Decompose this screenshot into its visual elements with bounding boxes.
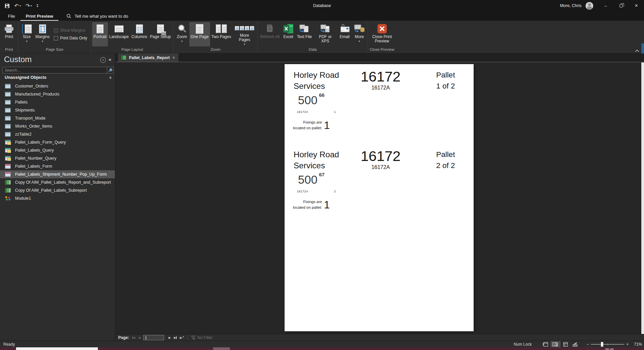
text-file-icon bbox=[299, 23, 309, 35]
nav-item-query[interactable]: Pallet_Labels_Form_Query bbox=[0, 138, 115, 146]
form-icon bbox=[5, 172, 11, 177]
previous-page-button[interactable]: ◀ bbox=[138, 336, 141, 339]
print-preview-view-button[interactable] bbox=[550, 341, 560, 347]
zoom-slider-thumb[interactable] bbox=[601, 342, 603, 347]
more-pages-button[interactable]: More Pages ▾ bbox=[232, 22, 257, 46]
group-label-print: Print bbox=[1, 46, 17, 53]
nav-item-report[interactable]: Copy Of AIM_Pallet_Labels_Subreport bbox=[0, 186, 115, 194]
tab-print-preview[interactable]: Print Preview bbox=[20, 11, 58, 21]
search-go-button[interactable] bbox=[107, 67, 113, 73]
columns-button[interactable]: Columns bbox=[130, 22, 148, 46]
taskbar-item[interactable] bbox=[16, 347, 98, 350]
nav-item-module[interactable]: Module1 bbox=[0, 194, 115, 202]
record-navigator: Page: ◀ ◀ 1 ▶ ▶ ▶* No Filter bbox=[116, 334, 644, 341]
page-size-icon bbox=[22, 23, 32, 35]
reference-code: 16172A bbox=[297, 110, 308, 114]
restore-button[interactable] bbox=[613, 0, 629, 11]
print-button[interactable]: Print bbox=[1, 22, 17, 46]
current-page-input[interactable]: 1 bbox=[143, 335, 164, 340]
margins-icon bbox=[39, 23, 46, 35]
report-icon bbox=[5, 188, 11, 193]
zoom-button[interactable]: Zoom ▾ bbox=[175, 22, 189, 46]
email-button[interactable]: Email bbox=[337, 22, 352, 46]
nav-pane-title[interactable]: Custom bbox=[4, 55, 32, 64]
company-name: Horley Road Services bbox=[294, 69, 350, 92]
landscape-button[interactable]: Landscape bbox=[108, 22, 130, 46]
next-page-button[interactable]: ▶ bbox=[169, 336, 171, 339]
nav-item-table[interactable]: zzTable2 bbox=[0, 130, 115, 138]
tell-me-box[interactable]: Tell me what you want to do bbox=[66, 14, 128, 19]
nav-item-query[interactable]: Pallet_Number_Query bbox=[0, 154, 115, 162]
landscape-icon bbox=[115, 23, 124, 35]
zoom-out-button[interactable]: − bbox=[587, 342, 589, 347]
tab-file[interactable]: File bbox=[3, 11, 20, 21]
new-record-button[interactable]: ▶* bbox=[180, 336, 184, 339]
export-text-file-button[interactable]: Text File bbox=[296, 22, 313, 46]
two-pages-button[interactable]: Two Pages bbox=[210, 22, 232, 46]
close-print-preview-button[interactable]: Close Print Preview bbox=[369, 22, 395, 46]
nav-item-table[interactable]: Manufactured_Products bbox=[0, 90, 115, 98]
zoom-in-button[interactable]: + bbox=[626, 342, 629, 347]
print-preview-view-icon bbox=[552, 342, 558, 347]
new-record-icon: ▶ bbox=[180, 336, 182, 339]
size-button[interactable]: Size ▾ bbox=[19, 22, 34, 46]
fixings-pallet-number: 1 bbox=[324, 120, 330, 132]
close-button[interactable]: × bbox=[629, 0, 644, 11]
document-tab[interactable]: Pallet_Labels_Report × bbox=[118, 53, 178, 62]
search-icon bbox=[66, 14, 71, 18]
nav-item-form-selected[interactable]: Pallet_Labels_Shipment_Number_Pop_Up_For… bbox=[0, 170, 115, 178]
print-data-only-checkbox[interactable]: Print Data Only bbox=[54, 36, 87, 40]
margins-button[interactable]: Margins ▾ bbox=[34, 22, 51, 46]
refresh-icon bbox=[266, 23, 274, 35]
checkbox-icon bbox=[54, 28, 58, 33]
avatar[interactable] bbox=[586, 2, 593, 10]
nav-pane-menu-icon[interactable]: ▾ bbox=[100, 57, 106, 63]
previous-page-icon: ◀ bbox=[138, 336, 141, 339]
report-view-button[interactable] bbox=[540, 341, 550, 347]
filter-indicator[interactable]: No Filter bbox=[191, 335, 212, 340]
design-view-button[interactable] bbox=[571, 341, 581, 347]
account-name[interactable]: More, Chris bbox=[560, 3, 582, 8]
nav-item-table[interactable]: Customer_Orders bbox=[0, 82, 115, 90]
layout-view-button[interactable] bbox=[560, 341, 571, 347]
collapse-ribbon-button[interactable] bbox=[635, 47, 639, 53]
chevron-up-icon bbox=[635, 49, 639, 52]
nav-group-header[interactable]: Unassigned Objects « bbox=[5, 75, 112, 80]
nav-item-report[interactable]: Copy Of AIM_Pallet_Labels_Report_and_Sub… bbox=[0, 178, 115, 186]
page-label: Page: bbox=[118, 335, 129, 340]
nav-search-box[interactable] bbox=[2, 67, 114, 73]
minimize-button[interactable]: – bbox=[598, 0, 613, 11]
ribbon-group-data: Refresh All Excel Text File PDF or XPS bbox=[258, 21, 368, 53]
more-export-button[interactable]: More ▾ bbox=[352, 22, 367, 46]
group-label-page-layout: Page Layout bbox=[92, 46, 172, 53]
zoom-percentage[interactable]: 71% bbox=[631, 342, 642, 347]
report-icon bbox=[121, 55, 126, 60]
nav-item-form[interactable]: Pallet_Labels_Form bbox=[0, 162, 115, 170]
nav-item-table[interactable]: Pallets bbox=[0, 98, 115, 106]
ribbon-group-print: Print Print bbox=[0, 21, 18, 53]
portrait-button[interactable]: Portrait bbox=[92, 22, 108, 46]
quantity-superscript: 67 bbox=[319, 172, 325, 177]
export-pdf-xps-button[interactable]: PDF or XPS bbox=[313, 22, 337, 46]
shutter-bar-close-icon[interactable]: « bbox=[109, 56, 111, 62]
nav-item-table[interactable]: Shipments bbox=[0, 106, 115, 114]
page-setup-button[interactable]: Page Setup bbox=[149, 22, 172, 46]
nav-item-query[interactable]: Pallet_Labels_Query bbox=[0, 146, 115, 154]
first-page-button[interactable]: ◀ bbox=[132, 336, 135, 339]
nav-item-table[interactable]: Transport_Mode bbox=[0, 114, 115, 122]
one-page-button[interactable]: One Page bbox=[189, 22, 210, 46]
first-page-icon: ◀ bbox=[133, 336, 135, 339]
export-excel-button[interactable]: Excel bbox=[281, 22, 296, 46]
last-page-button[interactable]: ▶ bbox=[174, 336, 177, 339]
vertical-scrollbar[interactable] bbox=[641, 62, 644, 334]
last-page-icon: ▶ bbox=[174, 336, 176, 339]
print-preview-canvas[interactable]: Horley Road Services 16172 16172A Pallet… bbox=[116, 62, 641, 334]
search-input[interactable] bbox=[3, 67, 107, 73]
shipment-number: 16172 bbox=[350, 148, 412, 164]
zoom-slider[interactable] bbox=[591, 344, 624, 345]
close-document-icon[interactable]: × bbox=[172, 55, 175, 60]
pdf-xps-icon bbox=[320, 23, 330, 35]
taskbar-item[interactable] bbox=[213, 347, 230, 350]
nav-item-table[interactable]: Works_Order_Items bbox=[0, 122, 115, 130]
collapse-group-icon[interactable]: « bbox=[108, 76, 113, 78]
